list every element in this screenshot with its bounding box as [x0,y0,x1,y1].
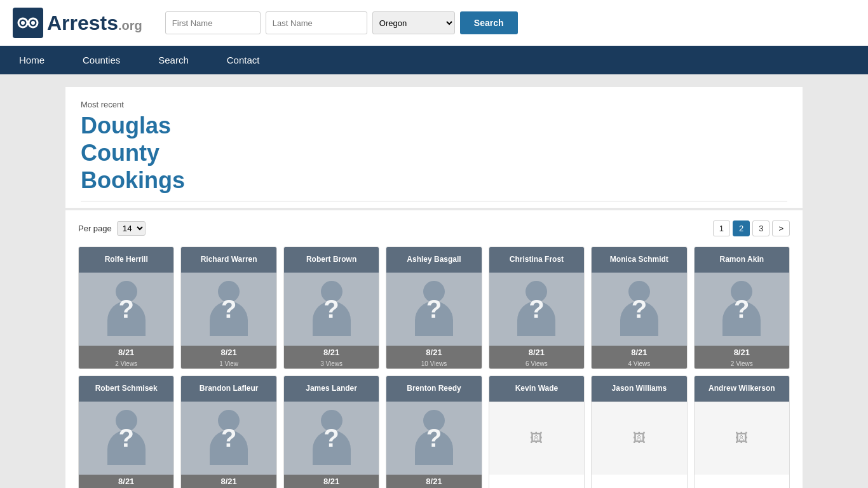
nav-contact[interactable]: Contact [208,46,279,74]
booking-card[interactable]: James Lander?8/213 Views [283,376,379,488]
last-name-input[interactable] [266,11,367,34]
broken-image-icon: 🖼 [633,431,646,445]
booking-name: James Lander [284,376,379,402]
booking-photo: ? [592,273,686,346]
booking-date: 8/21 [284,346,379,359]
nav-home[interactable]: Home [0,46,64,74]
booking-name: Brenton Reedy [386,376,481,402]
question-mark-icon: ? [529,295,544,323]
booking-date: 8/21 [386,475,481,488]
pagination: 1 2 3 > [713,220,790,236]
booking-date: 8/21 [695,346,789,359]
svg-point-5 [31,21,35,25]
question-mark-icon: ? [426,424,442,452]
page-3-button[interactable]: 3 [752,220,770,236]
booking-card[interactable]: Kevin Wade🖼 [489,376,585,488]
controls-row: Per page 7 14 21 28 1 2 3 > [78,220,790,236]
booking-grid-row2: Robert Schmisek?8/215 ViewsBrandon Lafle… [78,376,790,488]
question-mark-icon: ? [118,295,133,323]
booking-photo: ? [386,402,481,475]
main-nav: Home Counties Search Contact [0,46,868,74]
booking-views: 2 Views [79,359,173,369]
per-page-label: Per page [78,224,112,233]
per-page-area: Per page 7 14 21 28 [78,221,146,236]
first-name-input[interactable] [165,11,261,34]
booking-card[interactable]: Rolfe Herrill?8/212 Views [78,247,174,369]
booking-date: 8/21 [489,346,584,359]
booking-card[interactable]: Ashley Basgall?8/2110 Views [386,247,482,369]
nav-counties[interactable]: Counties [64,46,139,74]
booking-grid-row1: Rolfe Herrill?8/212 ViewsRichard Warren?… [78,247,790,369]
booking-views: 4 Views [592,359,686,369]
svg-point-4 [21,21,25,25]
question-mark-icon: ? [323,295,339,323]
booking-photo: ? [181,273,276,346]
booking-card[interactable]: Andrew Wilkerson🖼 [694,376,790,488]
next-page-button[interactable]: > [772,220,790,236]
booking-name: Robert Brown [284,247,379,273]
booking-name: Rolfe Herrill [79,247,173,273]
booking-card[interactable]: Jason Williams🖼 [591,376,687,488]
broken-image-icon: 🖼 [735,431,748,445]
booking-date: 8/21 [181,346,276,359]
booking-date: 8/21 [592,346,686,359]
page-title: Douglas County Bookings [81,112,787,194]
booking-photo: 🖼 [489,402,584,475]
booking-photo: ? [489,273,584,346]
question-mark-icon: ? [632,295,647,323]
booking-date: 8/21 [79,346,173,359]
site-logo[interactable]: Arrests.org [13,8,142,38]
header-search-button[interactable]: Search [460,11,518,34]
most-recent-label: Most recent [81,100,787,109]
booking-date: 8/21 [386,346,481,359]
booking-photo: ? [79,402,173,475]
booking-date: 8/21 [284,475,379,488]
booking-card[interactable]: Robert Schmisek?8/215 Views [78,376,174,488]
booking-views: 3 Views [284,359,379,369]
booking-name: Jason Williams [592,376,686,402]
per-page-select[interactable]: 7 14 21 28 [117,221,146,236]
booking-name: Kevin Wade [489,376,584,402]
booking-name: Andrew Wilkerson [695,376,789,402]
booking-photo: ? [695,273,789,346]
booking-views: 1 View [181,359,276,369]
page-1-button[interactable]: 1 [713,220,730,236]
booking-name: Ramon Akin [695,247,789,273]
booking-card[interactable]: Brandon Lafleur?8/212 Views [180,376,276,488]
booking-card[interactable]: Richard Warren?8/211 View [180,247,276,369]
booking-views: 2 Views [695,359,789,369]
booking-name: Monica Schmidt [592,247,686,273]
page-2-button[interactable]: 2 [733,220,750,236]
booking-views: 6 Views [489,359,584,369]
booking-photo: ? [181,402,276,475]
booking-card[interactable]: Monica Schmidt?8/214 Views [591,247,687,369]
booking-photo: ? [284,402,379,475]
main-content: Most recent Douglas County Bookings Per … [53,74,815,488]
booking-photo: ? [284,273,379,346]
booking-name: Brandon Lafleur [181,376,276,402]
booking-name: Richard Warren [181,247,276,273]
question-mark-icon: ? [221,424,236,452]
question-mark-icon: ? [734,295,749,323]
booking-name: Christina Frost [489,247,584,273]
booking-photo: 🖼 [695,402,789,475]
question-mark-icon: ? [221,295,236,323]
logo-text: Arrests.org [47,11,142,35]
booking-photo: 🖼 [592,402,686,475]
content-panel: Per page 7 14 21 28 1 2 3 > Rolfe Herril… [65,210,803,488]
page-title-area: Most recent Douglas County Bookings [65,87,803,208]
booking-card[interactable]: Ramon Akin?8/212 Views [694,247,790,369]
booking-views: 10 Views [386,359,481,369]
booking-name: Robert Schmisek [79,376,173,402]
nav-search[interactable]: Search [139,46,208,74]
booking-photo: ? [79,273,173,346]
question-mark-icon: ? [323,424,339,452]
question-mark-icon: ? [426,295,442,323]
state-select[interactable]: Oregon [372,11,455,34]
booking-card[interactable]: Brenton Reedy?8/211 View [386,376,482,488]
booking-card[interactable]: Robert Brown?8/213 Views [283,247,379,369]
site-header: Arrests.org Oregon Search [0,0,868,46]
booking-card[interactable]: Christina Frost?8/216 Views [489,247,585,369]
header-search-form: Oregon Search [165,11,518,34]
booking-date: 8/21 [181,475,276,488]
